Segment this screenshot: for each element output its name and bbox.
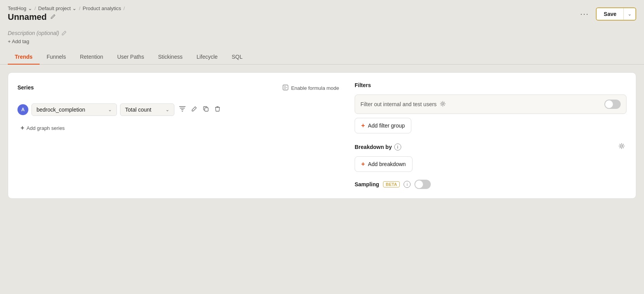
plus-red-icon-breakdown: + (361, 161, 365, 168)
tabs-row: Trends Funnels Retention User Paths Stic… (0, 50, 644, 65)
internal-filter-row: Filter out internal and test users (355, 94, 627, 114)
event-selector[interactable]: bedrock_completion ⌄ (31, 103, 117, 116)
svg-rect-1 (205, 108, 208, 111)
description-button[interactable]: Description (optional) (8, 30, 67, 36)
config-panel: Series Enable formula mode A bedrock_com… (8, 72, 636, 199)
add-breakdown-button[interactable]: + Add breakdown (355, 156, 413, 172)
tab-user-paths[interactable]: User Paths (110, 50, 151, 65)
breadcrumb-default-project[interactable]: Default project ⌄ (38, 5, 77, 11)
series-section: Series Enable formula mode A bedrock_com… (17, 82, 343, 189)
main-content: Series Enable formula mode A bedrock_com… (0, 65, 644, 206)
sampling-row: Sampling BETA i (355, 180, 627, 189)
series-row: A bedrock_completion ⌄ Total count ⌄ (17, 103, 343, 116)
tab-funnels[interactable]: Funnels (40, 50, 73, 65)
count-selector-chevron: ⌄ (165, 107, 169, 112)
plus-red-icon: + (361, 122, 365, 129)
delete-icon[interactable] (213, 104, 222, 115)
chevron-down-icon: ⌄ (72, 5, 77, 11)
top-bar: TestHog ⌄ / Default project ⌄ / Product … (0, 0, 644, 25)
filter-icon[interactable] (178, 105, 187, 115)
breakdown-label: Breakdown by i (355, 144, 401, 150)
series-actions (178, 104, 222, 115)
svg-point-2 (442, 103, 444, 105)
sampling-info-icon[interactable]: i (404, 181, 411, 188)
internal-filter-label: Filter out internal and test users (360, 101, 446, 108)
count-selector[interactable]: Total count ⌄ (120, 103, 174, 116)
save-button-group: Save ⌄ (596, 7, 636, 21)
rename-icon[interactable] (190, 104, 199, 115)
beta-badge: BETA (383, 181, 400, 187)
duplicate-icon[interactable] (201, 104, 211, 115)
sampling-toggle[interactable] (414, 180, 431, 189)
chevron-down-icon: ⌄ (28, 5, 32, 11)
tab-retention[interactable]: Retention (73, 50, 110, 65)
tab-lifecycle[interactable]: Lifecycle (190, 50, 225, 65)
add-series-button[interactable]: + Add graph series (17, 122, 68, 134)
tab-stickiness[interactable]: Stickiness (151, 50, 190, 65)
breakdown-info-icon[interactable]: i (394, 144, 401, 150)
breakdown-row: Breakdown by i (355, 141, 627, 152)
more-options-button[interactable]: ··· (577, 8, 592, 20)
add-filter-group-button[interactable]: + Add filter group (355, 118, 411, 133)
formula-mode-button[interactable]: Enable formula mode (278, 82, 343, 94)
tab-trends[interactable]: Trends (8, 50, 40, 65)
formula-icon (282, 84, 289, 92)
top-actions: ··· Save ⌄ (577, 7, 636, 21)
breakdown-gear-icon[interactable] (617, 141, 627, 152)
save-dropdown-button[interactable]: ⌄ (623, 8, 635, 20)
breadcrumb: TestHog ⌄ / Default project ⌄ / Product … (8, 5, 125, 11)
svg-point-3 (621, 145, 623, 147)
filters-section: Filters Filter out internal and test use… (355, 82, 627, 189)
plus-icon: + (21, 124, 24, 131)
series-badge: A (17, 104, 28, 115)
page-title: Unnamed (8, 12, 47, 22)
filters-title: Filters (355, 82, 627, 88)
breadcrumb-product-analytics[interactable]: Product analytics (83, 5, 121, 11)
edit-description-icon (61, 30, 67, 36)
filter-gear-icon[interactable] (440, 101, 446, 108)
edit-title-icon[interactable] (50, 14, 56, 21)
series-title: Series (17, 84, 34, 91)
sampling-label: Sampling (355, 181, 379, 187)
add-tag-button[interactable]: + Add tag (8, 38, 29, 44)
event-selector-chevron: ⌄ (108, 107, 112, 112)
meta-section: Description (optional) + Add tag (0, 25, 644, 47)
save-button[interactable]: Save (597, 8, 623, 20)
internal-filter-toggle[interactable] (604, 100, 621, 109)
tab-sql[interactable]: SQL (225, 50, 249, 65)
breadcrumb-testhog[interactable]: TestHog ⌄ (8, 5, 32, 11)
